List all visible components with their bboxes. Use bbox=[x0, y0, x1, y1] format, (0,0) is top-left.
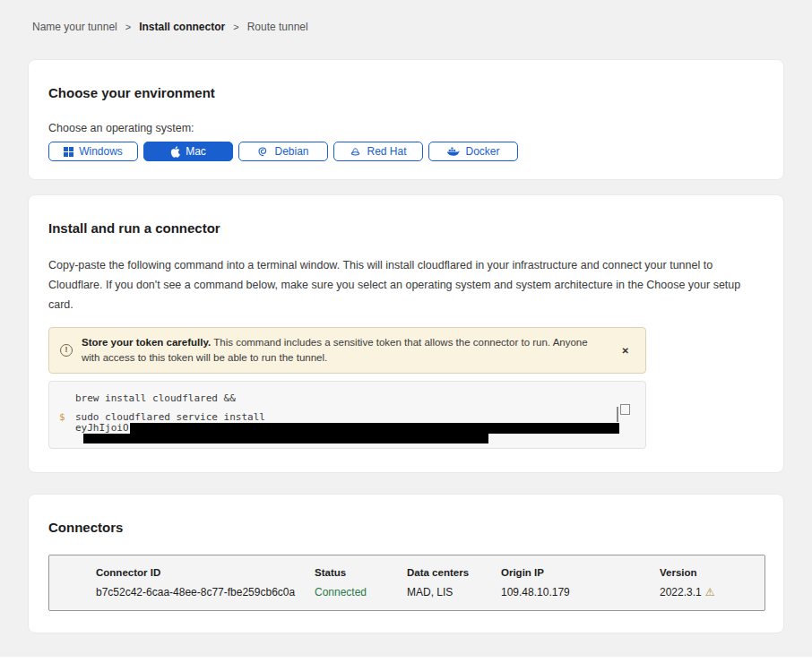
os-button-mac[interactable]: Mac bbox=[143, 142, 233, 161]
redacted-token-bar bbox=[83, 434, 488, 443]
connector-card: Install and run a connector Copy-paste t… bbox=[28, 194, 784, 473]
os-button-debian[interactable]: Debian bbox=[238, 142, 328, 161]
connector-instructions: Copy-paste the following command into a … bbox=[48, 255, 761, 314]
breadcrumb: Name your tunnel > Install connector > R… bbox=[0, 0, 812, 33]
os-select-label: Choose an operating system: bbox=[48, 122, 764, 134]
breadcrumb-step-route-tunnel[interactable]: Route tunnel bbox=[247, 21, 308, 33]
table-row: b7c52c42-6caa-48ee-8c77-fbe259cb6c0a Con… bbox=[96, 586, 747, 598]
close-icon[interactable]: ✕ bbox=[618, 344, 633, 357]
status-badge: Connected bbox=[315, 586, 407, 598]
os-button-label: Debian bbox=[274, 145, 308, 158]
install-command-block: brew install cloudflared && $ sudo cloud… bbox=[48, 381, 646, 449]
version-warning-icon: ⚠ bbox=[705, 587, 715, 598]
command-line-1: brew install cloudflared && bbox=[75, 393, 236, 404]
copy-icon[interactable] bbox=[609, 407, 624, 421]
col-version: Version bbox=[660, 567, 747, 578]
connector-card-title: Install and run a connector bbox=[48, 220, 764, 236]
col-origin-ip: Origin IP bbox=[501, 567, 660, 578]
debian-icon bbox=[257, 146, 269, 158]
connector-id-value: b7c52c42-6caa-48ee-8c77-fbe259cb6c0a bbox=[96, 586, 315, 598]
token-prefix: eyJhIjoiO bbox=[75, 423, 129, 434]
col-data-centers: Data centers bbox=[407, 567, 501, 578]
breadcrumb-separator: > bbox=[233, 22, 238, 32]
connectors-table-header: Connector ID Status Data centers Origin … bbox=[96, 567, 747, 578]
os-button-redhat[interactable]: Red Hat bbox=[333, 142, 423, 161]
col-connector-id: Connector ID bbox=[96, 567, 315, 578]
token-warning-text: Store your token carefully. This command… bbox=[82, 335, 597, 366]
redacted-token-bar bbox=[130, 423, 619, 434]
token-warning-banner: ! Store your token carefully. This comma… bbox=[48, 327, 646, 374]
os-button-label: Mac bbox=[186, 145, 206, 158]
token-warning-title: Store your token carefully. bbox=[82, 337, 211, 348]
main-content: Choose your environment Choose an operat… bbox=[28, 59, 784, 633]
windows-icon bbox=[64, 147, 73, 157]
connectors-table: Connector ID Status Data centers Origin … bbox=[48, 555, 765, 611]
environment-card-title: Choose your environment bbox=[48, 85, 764, 100]
os-button-label: Windows bbox=[79, 145, 123, 158]
docker-icon bbox=[446, 146, 460, 157]
connectors-card-title: Connectors bbox=[48, 520, 764, 535]
breadcrumb-step-name-tunnel[interactable]: Name your tunnel bbox=[32, 21, 117, 33]
breadcrumb-step-install-connector[interactable]: Install connector bbox=[139, 21, 225, 33]
apple-icon bbox=[170, 146, 180, 158]
os-button-docker[interactable]: Docker bbox=[428, 142, 518, 161]
data-centers-value: MAD, LIS bbox=[407, 586, 501, 598]
os-button-label: Red Hat bbox=[367, 145, 406, 158]
version-value: 2022.3.1 ⚠ bbox=[660, 586, 747, 598]
origin-ip-value: 109.48.10.179 bbox=[501, 586, 660, 598]
col-status: Status bbox=[315, 567, 407, 578]
bottom-strip bbox=[0, 657, 812, 663]
environment-card: Choose your environment Choose an operat… bbox=[28, 59, 784, 180]
redhat-icon bbox=[350, 146, 361, 158]
os-button-group: Windows Mac Debian Red Hat bbox=[48, 142, 764, 161]
connectors-card: Connectors Connector ID Status Data cent… bbox=[28, 494, 784, 633]
shell-prompt: $ bbox=[59, 412, 75, 423]
os-button-windows[interactable]: Windows bbox=[48, 142, 138, 161]
os-button-label: Docker bbox=[465, 145, 499, 158]
breadcrumb-separator: > bbox=[125, 22, 131, 32]
alert-circle-icon: ! bbox=[60, 344, 73, 357]
